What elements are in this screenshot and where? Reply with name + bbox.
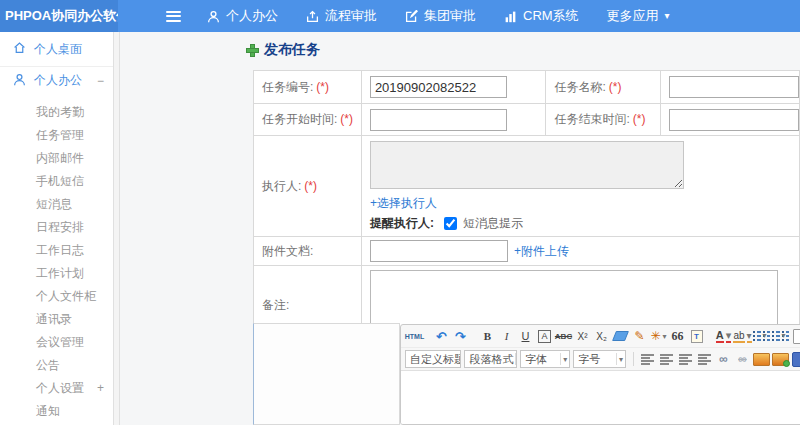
source-html-button[interactable]: HTML [406,328,423,344]
attachment-upload-link[interactable]: +附件上传 [514,243,569,260]
unordered-list-button[interactable]: ▾ [772,328,789,344]
superscript-button[interactable]: X² [574,328,591,344]
redo-button[interactable]: ↷ [452,328,469,344]
justify-full-button[interactable] [696,351,713,367]
sidebar-item-announcement[interactable]: 公告 [0,354,113,377]
nav-label: 更多应用 [607,7,659,25]
strikethrough-button[interactable]: ABC [555,328,572,344]
font-family-select[interactable]: 字体▾ [520,350,570,368]
select-executor-link[interactable]: +选择执行人 [370,196,437,210]
expand-icon[interactable]: + [97,377,104,400]
editor-toolbar-row1: HTML↶↷BIUAABCX²X₂✎✳▾66TA▾ab▾▾▾ [401,325,800,348]
required-mark: (*) [316,80,329,94]
nav-workflow-approval[interactable]: 流程审批 [306,7,377,25]
workflow-approve-icon [306,10,319,23]
font-size-select[interactable]: 字号▾ [573,350,626,368]
crm-chart-icon [504,10,517,23]
nav-more-apps[interactable]: 更多应用 ▾ [607,7,670,25]
task-name-label-cell: 任务名称:(*) [546,71,661,104]
sidebar-item-label: 个人设置 [36,381,84,395]
sidebar-item-short-message[interactable]: 短消息 [0,193,113,216]
sidebar-group-personal-office[interactable]: 个人办公 − [0,67,113,94]
nav-crm-system[interactable]: CRM系统 [504,7,579,25]
font-color-button[interactable]: A▾ [715,328,732,344]
unlink-button[interactable]: ∞ [734,351,751,367]
topbar: PHPOA协同办公软件 个人办公 流程审批 集团审批 CRM系统 [0,0,800,32]
insert-image-button[interactable] [753,351,770,367]
editor-toolbar-row2: 自定义标题▾段落格式▾字体▾字号▾∞∞ [401,348,800,370]
editor-content-area[interactable] [401,370,800,425]
sidebar-item-contacts[interactable]: 通讯录 [0,308,113,331]
sidebar-item-sms[interactable]: 手机短信 [0,170,113,193]
collapse-icon[interactable]: − [97,74,104,88]
italic-button[interactable]: I [498,328,515,344]
caret-down-icon: ▾ [616,353,623,365]
start-time-input[interactable] [370,109,507,131]
sidebar-item-desktop[interactable]: 个人桌面 [0,32,113,67]
sidebar-item-file-cabinet[interactable]: 个人文件柜 [0,285,113,308]
justify-center-button[interactable] [658,351,675,367]
sms-remind-checkbox[interactable] [444,217,457,230]
ordered-list-button[interactable]: ▾ [753,328,770,344]
toolbar-separator [633,352,634,366]
undo-button[interactable]: ↶ [433,328,450,344]
attachment-input[interactable] [370,240,508,262]
task-name-input[interactable] [669,76,799,98]
editor-label-cell [253,323,400,425]
caret-down-icon: ▾ [747,330,752,343]
subscript-button[interactable]: X₂ [593,328,610,344]
publish-task-form: 任务编号:(*) 任务名称:(*) 任务开始时间:(*) 任务结束时间:(*) … [253,70,800,345]
end-time-input[interactable] [669,109,799,131]
caret-down-icon: ▾ [560,353,567,365]
start-time-label: 任务开始时间: [262,112,337,126]
auto-typeset-button[interactable]: ✳▾ [650,328,667,344]
task-no-input[interactable] [370,76,507,98]
sidebar-item-meeting[interactable]: 会议管理 [0,331,113,354]
paragraph-format-select[interactable]: 段落格式▾ [464,350,517,368]
sidebar-item-label: 个人桌面 [34,41,82,58]
nav-label: CRM系统 [523,7,579,25]
sidebar-item-task-management[interactable]: 任务管理 [0,124,113,147]
user-icon [207,10,220,23]
required-mark: (*) [633,112,646,126]
sidebar-item-personal-settings[interactable]: 个人设置 + [0,377,113,400]
sidebar-item-notice[interactable]: 通知 [0,400,113,423]
sidebar-submenu: 我的考勤 任务管理 内部邮件 手机短信 短消息 日程安排 工作日志 工作计划 个… [0,94,113,423]
start-time-label-cell: 任务开始时间:(*) [254,104,362,136]
justify-right-button[interactable] [677,351,694,367]
new-document-button[interactable] [791,328,800,344]
executor-textarea[interactable] [370,141,684,189]
nav-label: 流程审批 [325,7,377,25]
attachment-button[interactable] [791,351,800,367]
paste-plain-button[interactable]: T [688,328,705,344]
highlight-color-button[interactable]: ab▾ [734,328,751,344]
sidebar-item-work-log[interactable]: 工作日志 [0,239,113,262]
format-painter-button[interactable]: ✎ [631,328,648,344]
caret-down-icon: ▾ [763,331,771,342]
insert-link-button[interactable]: ∞ [715,351,732,367]
end-time-label-cell: 任务结束时间:(*) [546,104,661,136]
task-no-label: 任务编号: [262,80,313,94]
remove-format-eraser-button[interactable] [612,328,629,344]
caret-down-icon: ▾ [515,353,517,365]
menu-toggle-icon[interactable] [166,11,181,22]
attachment-label: 附件文档: [262,244,313,258]
nav-personal-office[interactable]: 个人办公 [207,7,278,25]
user-icon [13,73,26,89]
home-icon [13,41,26,57]
sidebar-scrollbar[interactable] [113,32,120,425]
justify-left-button[interactable] [639,351,656,367]
nav-group-approval[interactable]: 集团审批 [405,7,476,25]
sidebar-item-work-plan[interactable]: 工作计划 [0,262,113,285]
blockquote-button[interactable]: 66 [669,328,686,344]
image-manager-button[interactable] [772,351,789,367]
caret-down-icon: ▾ [782,331,790,342]
underline-button[interactable]: U [517,328,534,344]
sidebar-item-internal-mail[interactable]: 内部邮件 [0,147,113,170]
bold-button[interactable]: B [479,328,496,344]
custom-style-select[interactable]: 自定义标题▾ [405,350,461,368]
nav-label: 集团审批 [424,7,476,25]
sidebar-item-attendance[interactable]: 我的考勤 [0,101,113,124]
font-border-button[interactable]: A [536,328,553,344]
sidebar-item-schedule[interactable]: 日程安排 [0,216,113,239]
